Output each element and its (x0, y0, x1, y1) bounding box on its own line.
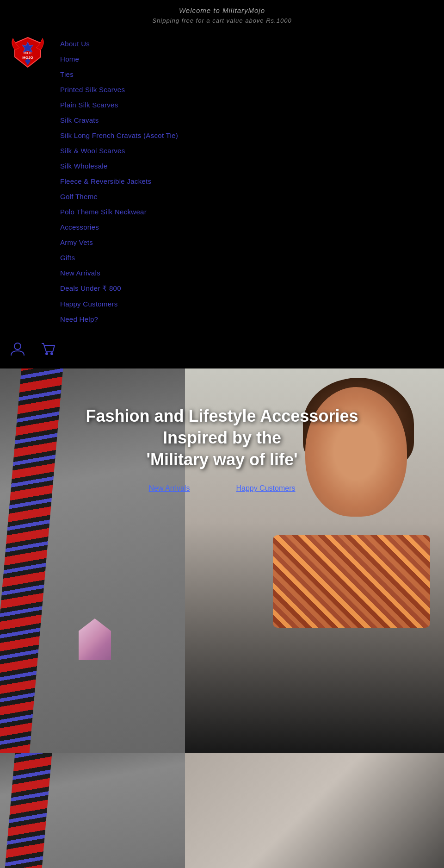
nav-item-gifts[interactable]: Gifts (60, 250, 178, 265)
nav-item-home[interactable]: Home (60, 51, 178, 67)
nav-item-plain-silk-scarves[interactable]: Plain Silk Scarves (60, 97, 178, 112)
account-button[interactable] (9, 341, 26, 359)
logo[interactable]: MOJO MILIT (9, 34, 46, 73)
nav-item-golf-theme[interactable]: Golf Theme (60, 189, 178, 204)
nav-item-silk-cravats[interactable]: Silk Cravats (60, 112, 178, 128)
hero-links: New Arrivals Happy Customers (149, 484, 296, 493)
nav-item-need-help[interactable]: Need Help? (60, 312, 178, 327)
nav-item-silk-wool-scarves[interactable]: Silk & Wool Scarves (60, 143, 178, 158)
bottom-photo-strip (0, 753, 444, 868)
nav-item-accessories[interactable]: Accessories (60, 219, 178, 235)
nav-item-fleece-reversible-jackets[interactable]: Fleece & Reversible Jackets (60, 174, 178, 189)
hero-text-overlay: Fashion and Lifestyle Accessories Inspir… (0, 368, 444, 753)
bottom-photo-left (0, 753, 185, 868)
svg-text:MOJO: MOJO (22, 56, 33, 60)
nav-item-silk-wholesale[interactable]: Silk Wholesale (60, 158, 178, 174)
cart-button[interactable] (40, 341, 56, 359)
svg-point-4 (46, 353, 48, 355)
hero-title: Fashion and Lifestyle Accessories Inspir… (83, 406, 361, 470)
hero-section: Fashion and Lifestyle Accessories Inspir… (0, 368, 444, 753)
svg-point-3 (14, 343, 21, 350)
nav-item-new-arrivals[interactable]: New Arrivals (60, 265, 178, 281)
shipping-text: Shipping free for a cart value above Rs.… (5, 17, 439, 24)
nav-item-ties[interactable]: Ties (60, 67, 178, 82)
nav-item-happy-customers[interactable]: Happy Customers (60, 296, 178, 312)
nav-menu: About Us Home Ties Printed Silk Scarves … (46, 31, 178, 327)
account-row (0, 331, 444, 368)
hero-happy-customers-link[interactable]: Happy Customers (236, 484, 295, 493)
top-banner: Welcome to MilitaryMojo Shipping free fo… (0, 0, 444, 27)
bottom-tie-visual (0, 753, 52, 868)
nav-item-polo-theme-silk-neckwear[interactable]: Polo Theme Silk Neckwear (60, 204, 178, 219)
nav-item-deals-under-800[interactable]: Deals Under ₹ 800 (60, 281, 178, 296)
svg-text:MILIT: MILIT (24, 51, 32, 55)
svg-point-5 (51, 353, 53, 355)
nav-item-silk-long-french-cravats[interactable]: Silk Long French Cravats (Ascot Tie) (60, 128, 178, 143)
header: MOJO MILIT About Us Home Ties Printed Si… (0, 27, 444, 331)
cart-icon (40, 341, 56, 357)
logo-svg: MOJO MILIT (9, 34, 46, 71)
nav-item-printed-silk-scarves[interactable]: Printed Silk Scarves (60, 82, 178, 97)
account-icon (9, 341, 26, 357)
bottom-photo-right (185, 753, 444, 868)
nav-item-army-vets[interactable]: Army Vets (60, 235, 178, 250)
hero-new-arrivals-link[interactable]: New Arrivals (149, 484, 190, 493)
nav-item-about-us[interactable]: About Us (60, 36, 178, 51)
welcome-text: Welcome to MilitaryMojo (5, 6, 439, 14)
